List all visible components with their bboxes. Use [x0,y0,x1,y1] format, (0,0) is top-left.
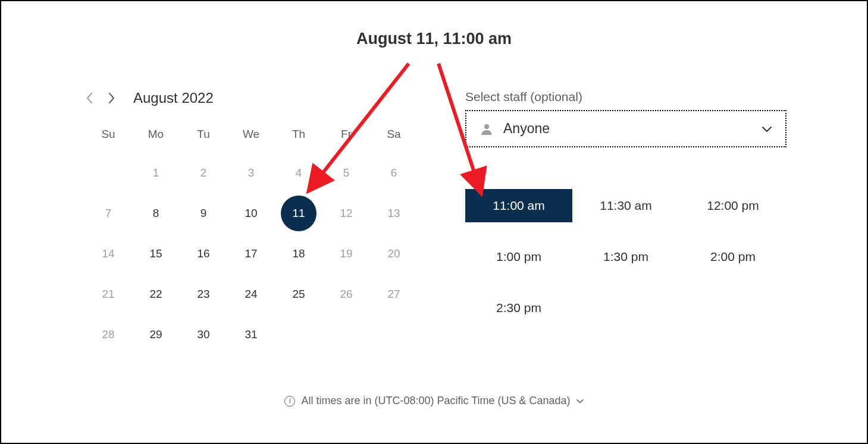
calendar-day[interactable]: 16 [180,234,227,274]
calendar-empty-cell [275,314,322,355]
calendar-panel: August 2022 SuMoTuWeThFrSa 1234567891011… [84,90,418,355]
timeslot-grid: 11:00 am11:30 am12:00 pm1:00 pm1:30 pm2:… [465,189,786,325]
calendar-day[interactable]: 15 [132,234,180,274]
calendar-day[interactable]: 31 [227,314,275,355]
weekday-header: Tu [180,122,227,153]
calendar-day[interactable]: 10 [227,193,275,234]
selected-datetime-header: August 11, 11:00 am [1,30,867,48]
calendar-day: 7 [84,193,132,234]
weekday-header: Fr [322,122,370,153]
weekday-header: Th [275,122,322,153]
timezone-footer[interactable]: i All times are in (UTC-08:00) Pacific T… [1,395,867,407]
calendar-day: 1 [132,153,180,193]
chevron-left-icon [86,93,93,103]
calendar-day: 13 [370,193,418,234]
calendar-day[interactable]: 11 [275,193,322,234]
weekday-header: We [227,122,275,153]
chevron-down-icon [576,398,584,405]
timeslot-option[interactable]: 1:00 pm [465,240,572,273]
calendar-day[interactable]: 9 [180,193,227,234]
prev-month-button[interactable] [84,91,95,105]
calendar-day: 3 [227,153,275,193]
booking-frame: August 11, 11:00 am August 2022 SuMoTuWe… [0,0,868,444]
staff-select-label: Select staff (optional) [465,90,786,104]
next-month-button[interactable] [106,91,117,105]
calendar-day[interactable]: 17 [227,234,275,274]
chevron-right-icon [108,93,115,103]
weekday-header: Su [84,122,132,153]
calendar-day[interactable]: 8 [132,193,180,234]
calendar-day: 21 [84,274,132,314]
info-icon: i [284,396,295,407]
calendar-day: 27 [370,274,418,314]
timeslot-option[interactable]: 2:00 pm [679,240,786,273]
svg-point-0 [484,124,489,128]
calendar-day[interactable]: 22 [132,274,180,314]
calendar-empty-cell [84,153,132,193]
timeslot-option[interactable]: 11:30 am [572,189,679,222]
staff-selected-value: Anyone [503,121,752,137]
calendar-day: 5 [322,153,370,193]
calendar-day[interactable]: 23 [180,274,227,314]
calendar-day: 6 [370,153,418,193]
staff-select-dropdown[interactable]: Anyone [465,110,786,147]
calendar-empty-cell [370,314,418,355]
calendar-day: 28 [84,314,132,355]
calendar-day: 26 [322,274,370,314]
timeslot-option[interactable]: 2:30 pm [465,291,572,325]
person-icon [480,122,494,136]
time-panel: Select staff (optional) Anyone 11:00 am1… [465,90,786,355]
calendar-day[interactable]: 24 [227,274,275,314]
timezone-text: All times are in (UTC-08:00) Pacific Tim… [301,395,570,407]
calendar-day: 19 [322,234,370,274]
calendar-grid: SuMoTuWeThFrSa 1234567891011121314151617… [84,122,418,355]
calendar-day: 4 [275,153,322,193]
calendar-day: 2 [180,153,227,193]
calendar-day: 20 [370,234,418,274]
calendar-nav: August 2022 [84,90,418,106]
weekday-header: Sa [370,122,418,153]
weekday-header: Mo [132,122,180,153]
timeslot-option[interactable]: 12:00 pm [679,189,786,222]
booking-content: August 2022 SuMoTuWeThFrSa 1234567891011… [1,90,867,355]
timeslot-option[interactable]: 1:30 pm [572,240,679,273]
timeslot-option[interactable]: 11:00 am [465,189,572,222]
calendar-day: 14 [84,234,132,274]
calendar-day[interactable]: 25 [275,274,322,314]
calendar-empty-cell [322,314,370,355]
calendar-day: 12 [322,193,370,234]
calendar-month-label: August 2022 [133,90,214,106]
calendar-day[interactable]: 18 [275,234,322,274]
calendar-day[interactable]: 29 [132,314,180,355]
chevron-down-icon [762,124,772,134]
calendar-day[interactable]: 30 [180,314,227,355]
